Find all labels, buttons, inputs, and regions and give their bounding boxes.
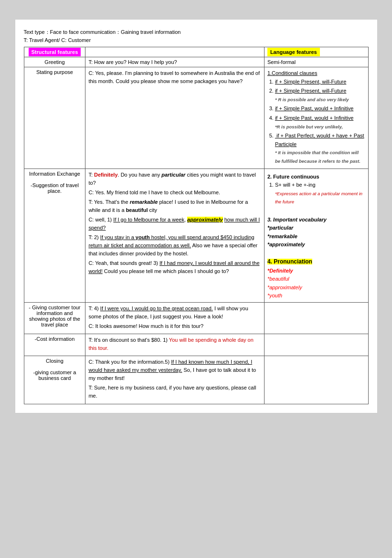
pron-approximately: *approximately <box>267 284 365 292</box>
cost-info-dialogue: T: It's on discount so that's $80. 1) Yo… <box>85 334 265 356</box>
pron-beautiful: *beautiful <box>267 275 365 284</box>
tour-info-structural: - Giving customer tour information and s… <box>24 303 85 334</box>
greeting-dialogue: T: How are you? How may I help you? <box>85 57 265 67</box>
header-line2: T: Travel Agent/ C: Customer <box>24 36 369 44</box>
stating-purpose-structural: Stating purpose <box>24 67 85 169</box>
info-exchange-row: Information Exchange -Suggestion of trav… <box>24 168 368 303</box>
header-info: Text type：Face to face communication：Gai… <box>24 28 369 44</box>
vocab-remarkable: *remarkable <box>267 232 365 241</box>
closing-row: Closing -giving customer a business card… <box>24 356 368 404</box>
main-table: Structural features Language features Gr… <box>24 47 369 404</box>
page: Text type：Face to face communication：Gai… <box>15 19 378 413</box>
stating-purpose-language: 1.Conditional clauses if + Simple Presen… <box>264 67 368 169</box>
dialogue-header-cell <box>85 47 265 57</box>
info-exchange-dialogue: T: Definitely. Do you have any particula… <box>85 168 265 303</box>
cost-info-language <box>264 334 368 356</box>
vocab-particular: *particular <box>267 224 365 232</box>
vocabulary-section: 3. Important vocabulary *particular *rem… <box>267 216 365 249</box>
pron-definitely: *Definitely <box>267 267 365 275</box>
header-line1: Text type：Face to face communication：Gai… <box>24 28 369 36</box>
stating-purpose-row: Stating purpose C: Yes, please. I'm plan… <box>24 67 368 169</box>
language-header-cell: Language features <box>264 47 368 57</box>
stating-purpose-dialogue: C: Yes, please. I'm planning to travel t… <box>85 67 265 169</box>
pron-youth: *youth <box>267 292 365 300</box>
pronunciation-section: 4. Pronunciation *Definitely *beautiful … <box>267 257 365 300</box>
greeting-language: Semi-formal <box>264 57 368 67</box>
closing-language <box>264 356 368 404</box>
conditional-item-1: if + Simple Present, will-Future <box>275 78 365 86</box>
language-header-label: Language features <box>267 48 320 56</box>
future-continuous-section: 2. Future continuous S+ will + be +-ing … <box>267 173 365 206</box>
structural-header-cell: Structural features <box>24 47 85 57</box>
greeting-row: Greeting T: How are you? How may I help … <box>24 57 368 67</box>
vocab-approximately: *approximately <box>267 241 365 249</box>
conditional-clauses-header: 1.Conditional clauses <box>267 69 365 78</box>
greeting-structural: Greeting <box>24 57 85 67</box>
tour-info-dialogue: T: 4) If I were you, I would go to the g… <box>85 303 265 334</box>
info-exchange-language: 2. Future continuous S+ will + be +-ing … <box>264 168 368 303</box>
tour-info-row: - Giving customer tour information and s… <box>24 303 368 334</box>
pronunciation-header: 4. Pronunciation <box>267 259 312 264</box>
structural-header-label: Structural features <box>29 48 81 56</box>
closing-structural: Closing -giving customer a business card <box>24 356 85 404</box>
conditional-list: if + Simple Present, will-Future if + Si… <box>275 78 365 166</box>
closing-dialogue: C: Thank you for the information.5) If I… <box>85 356 265 404</box>
conditional-item-5: if + Past Perfect, would + have + Past P… <box>275 132 365 165</box>
cost-info-structural: -Cost information <box>24 334 85 356</box>
cost-info-row: -Cost information T: It's on discount so… <box>24 334 368 356</box>
vocabulary-header: 3. Important vocabulary <box>267 216 365 224</box>
conditional-item-3: if + Simple Past, would + Infinitive <box>275 105 365 113</box>
tour-info-language <box>264 303 368 334</box>
future-continuous-header: 2. Future continuous <box>267 173 365 181</box>
info-exchange-structural: Information Exchange -Suggestion of trav… <box>24 168 85 303</box>
future-list: S+ will + be +-ing *Expresses action at … <box>275 181 365 206</box>
conditional-item-4: if + Simple Past, would + Infinitive *R … <box>275 114 365 131</box>
conditional-item-2: if + Simple Present, will-Future * R is … <box>275 87 365 104</box>
future-item-1: S+ will + be +-ing *Expresses action at … <box>275 181 365 206</box>
header-row: Structural features Language features <box>24 47 368 57</box>
